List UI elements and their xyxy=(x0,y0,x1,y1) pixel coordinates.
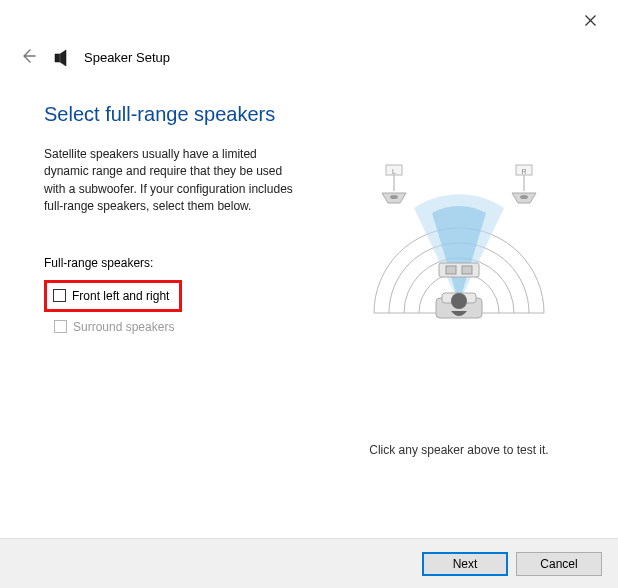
surround-option-row: Surround speakers xyxy=(44,318,304,336)
back-button[interactable] xyxy=(18,46,38,69)
svg-point-5 xyxy=(451,293,467,309)
page-description: Satellite speakers usually have a limite… xyxy=(44,146,304,216)
checkbox-surround-label: Surround speakers xyxy=(73,320,174,334)
cancel-button[interactable]: Cancel xyxy=(516,552,602,576)
checkbox-front[interactable] xyxy=(53,289,66,302)
window-title: Speaker Setup xyxy=(84,50,170,65)
test-hint: Click any speaker above to test it. xyxy=(349,443,569,457)
svg-rect-7 xyxy=(446,266,456,274)
listener-icon xyxy=(436,293,482,318)
svg-point-16 xyxy=(520,195,528,199)
svg-text:R: R xyxy=(521,168,526,175)
speaker-left-icon: L xyxy=(382,165,406,203)
svg-point-12 xyxy=(390,195,398,199)
page-heading: Select full-range speakers xyxy=(44,103,304,126)
checkbox-front-label[interactable]: Front left and right xyxy=(72,289,169,303)
close-icon xyxy=(585,12,596,29)
arrow-left-icon xyxy=(20,46,36,68)
speaker-app-icon xyxy=(52,49,70,67)
next-button[interactable]: Next xyxy=(422,552,508,576)
options-label: Full-range speakers: xyxy=(44,256,304,270)
checkbox-surround xyxy=(54,320,67,333)
speaker-layout-diagram[interactable]: L R xyxy=(354,153,564,343)
svg-text:L: L xyxy=(392,168,396,175)
button-bar: Next Cancel xyxy=(0,538,618,588)
close-button[interactable] xyxy=(570,6,610,34)
speaker-right-icon: R xyxy=(512,165,536,203)
svg-rect-6 xyxy=(439,263,479,277)
svg-rect-8 xyxy=(462,266,472,274)
highlight-front-option: Front left and right xyxy=(44,280,182,312)
